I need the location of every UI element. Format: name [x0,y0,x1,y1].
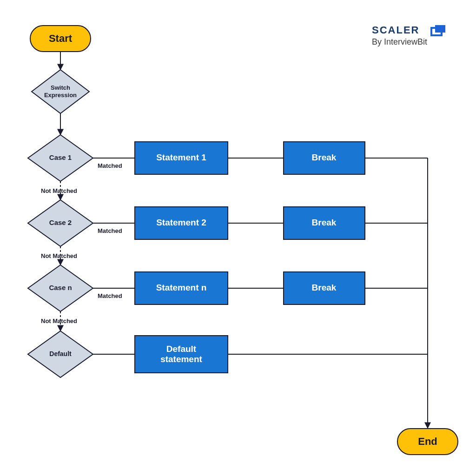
edge-label-matched-2: Matched [98,227,122,234]
flowchart-canvas: SCALER By InterviewBit Start Switch Expr… [0,0,476,476]
case1-node: Case 1 [28,135,93,181]
brand-icon [431,25,445,35]
case1-label: Case 1 [49,153,72,161]
start-label: Start [49,33,73,44]
edge-label-notmatched-2: Not Matched [41,252,77,259]
stmt1-label: Statement 1 [156,152,206,162]
break3-label: Break [312,283,337,292]
default-node: Default [28,331,93,377]
break3-node: Break [284,272,365,304]
default-stmt-label-1: Default [166,344,197,354]
case2-node: Case 2 [28,200,93,246]
casen-node: Case n [28,265,93,311]
edge-label-notmatched-3: Not Matched [41,317,77,324]
stmtn-node: Statement n [135,272,228,304]
switch-label-2: Expression [44,92,77,99]
case2-label: Case 2 [49,218,72,226]
brand-logo: SCALER By InterviewBit [372,24,445,46]
stmtn-label: Statement n [156,283,207,292]
break2-node: Break [284,207,365,239]
start-node: Start [30,26,91,52]
break1-label: Break [312,152,337,162]
edge-label-matched-3: Matched [98,292,122,299]
stmt1-node: Statement 1 [135,142,228,174]
edge-label-matched-1: Matched [98,162,122,169]
default-label: Default [49,350,72,357]
switch-label-1: Switch [51,84,70,91]
end-node: End [397,429,458,455]
svg-rect-1 [435,25,445,33]
switch-expression-node: Switch Expression [32,70,89,113]
default-stmt-node: Default statement [135,336,228,373]
brand-subtitle: By InterviewBit [372,37,427,46]
brand-title: SCALER [372,24,419,36]
default-stmt-label-2: statement [160,354,202,364]
stmt2-node: Statement 2 [135,207,228,239]
casen-label: Case n [49,284,72,291]
end-label: End [418,436,437,447]
break1-node: Break [284,142,365,174]
stmt2-label: Statement 2 [156,218,206,227]
edge-label-notmatched-1: Not Matched [41,187,77,194]
break2-label: Break [312,218,337,227]
